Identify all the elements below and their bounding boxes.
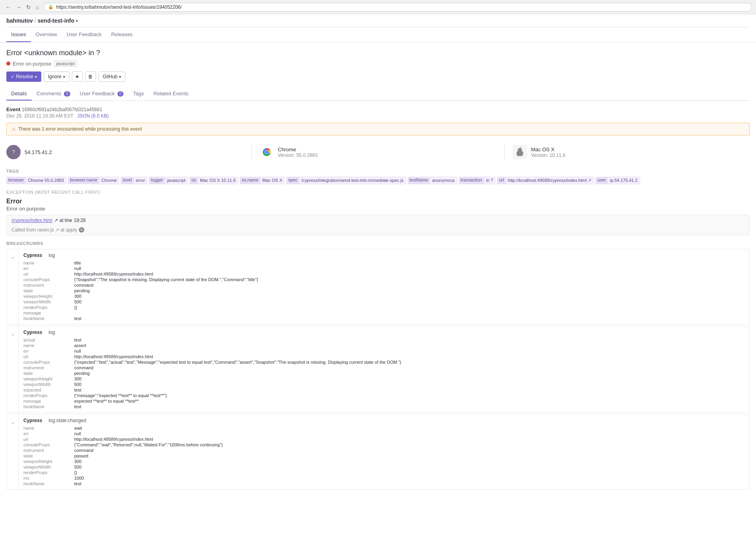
nav-user-feedback[interactable]: User Feedback [62, 27, 106, 42]
tag-key: level [121, 177, 134, 184]
tab-related-events[interactable]: Related Events [149, 87, 193, 100]
tag-value[interactable]: Mac OS X 10.11.6 [198, 177, 238, 184]
bc-field-val: command [74, 283, 744, 287]
bc-field-val: {"message":"expected **test** to equal *… [74, 393, 744, 398]
breadcrumb-content: Cypress log nametitleerrnullurlhttp://lo… [19, 249, 749, 324]
delete-icon: 🗑 [88, 74, 93, 79]
detail-tabs: Details Comments 0 User Feedback 0 Tags … [6, 87, 750, 101]
back-button[interactable]: ← [4, 3, 13, 11]
bc-action: log [48, 330, 55, 335]
tag-value[interactable]: in ? [484, 177, 496, 184]
issue-title-section: Error <unknown module> in ? [6, 49, 750, 57]
tags-title: TAGS [6, 169, 750, 174]
bc-field-val: test [74, 481, 744, 486]
tag-item: levelerror [121, 177, 147, 184]
url-bar[interactable]: 🔒 https://sentry.io/bahmutov/send-test-i… [44, 3, 752, 12]
tab-user-feedback[interactable]: User Feedback 0 [75, 87, 128, 100]
breadcrumb-collapse-icon[interactable]: ⌄ [7, 415, 19, 489]
browser-controls: ← → ↻ ⌂ [4, 3, 40, 11]
reload-button[interactable]: ↻ [25, 3, 33, 11]
tag-value[interactable]: Chrome 55.0.2883 [26, 177, 66, 184]
event-json-link[interactable]: JSON (6.0 KB) [77, 113, 109, 119]
delete-button[interactable]: 🗑 [85, 71, 96, 82]
tab-tags[interactable]: Tags [128, 87, 148, 100]
project-dropdown-icon[interactable]: ▾ [76, 19, 78, 23]
action-toolbar: ✓ Resolve ▾ Ignore ▾ ★ 🗑 GitHub ▾ [6, 71, 750, 82]
ignore-button[interactable]: Ignore ▾ [44, 71, 69, 82]
bc-field-val: {"Snapshot":"The snapshot is missing. Di… [74, 277, 744, 282]
ssl-icon: 🔒 [48, 4, 54, 10]
tag-item: osMac OS X 10.11.6 [189, 177, 238, 184]
tag-value[interactable]: http://localhost:49589/cypress/index.htm… [506, 177, 594, 184]
bc-field-key: state [23, 453, 71, 458]
breadcrumb-header: Cypress log:state:changed [23, 418, 744, 423]
chrome-name: Chrome [278, 147, 317, 152]
github-button[interactable]: GitHub ▾ [98, 71, 125, 82]
bc-field-val: pending [74, 371, 744, 376]
breadcrumb-collapse-icon[interactable]: ⌄ [7, 249, 19, 324]
tag-value[interactable]: Chrome [99, 177, 119, 184]
breadcrumb-content: Cypress log actualtestnameasserterrnullu… [19, 326, 749, 412]
bc-field-val: test [74, 338, 744, 342]
issue-subtitle: Error on purpose javascript [6, 60, 750, 67]
user-feedback-badge: 0 [117, 91, 124, 96]
bc-field-key: renderProps [23, 305, 71, 310]
tag-item: os.nameMac OS X [240, 177, 285, 184]
tag-value[interactable]: anonymous [430, 177, 457, 184]
bc-field-key: renderProps [23, 470, 71, 475]
bc-field-key: viewportWidth [23, 382, 71, 387]
macos-info: Mac OS X Version: 10.11.6 [531, 147, 566, 158]
bookmark-button[interactable]: ★ [72, 71, 83, 82]
app-header: bahmutov / send-test-info ▾ Issues Overv… [0, 14, 756, 42]
tag-key: os.name [240, 177, 260, 184]
bc-field-val: test [74, 316, 744, 321]
tag-key: browser [6, 177, 26, 184]
bc-field-key: message [23, 399, 71, 403]
ip-info: 54.175.41.2 [25, 149, 52, 155]
chrome-info: Chrome Version: 55.0.2883 [278, 147, 317, 158]
tag-value[interactable]: ip:54.175.41.2 [608, 177, 640, 184]
breadcrumb-collapse-icon[interactable]: ⌄ [7, 326, 19, 412]
bc-field-key: actual [23, 338, 71, 342]
subtitle-tag: javascript [54, 60, 77, 67]
stack-file[interactable]: /cypress/index.html [12, 218, 52, 223]
home-button[interactable]: ⌂ [34, 3, 40, 11]
svg-point-3 [265, 150, 268, 154]
tag-key: transaction [459, 177, 484, 184]
tag-value[interactable]: Mac OS X [260, 177, 285, 184]
bc-field-val: test [74, 404, 744, 409]
tag-value[interactable]: error [134, 177, 147, 184]
bc-field-val: wait [74, 426, 744, 430]
nav-issues[interactable]: Issues [6, 27, 31, 42]
bc-field-val: 300 [74, 459, 744, 464]
tab-details[interactable]: Details [6, 87, 32, 100]
tab-comments[interactable]: Comments 0 [32, 87, 75, 100]
stack-link-icon: ↗ [54, 218, 58, 223]
bc-field-val: 500 [74, 382, 744, 387]
bc-field-key: viewportHeight [23, 376, 71, 381]
at-label: at line [60, 218, 72, 223]
bc-field-val: null [74, 349, 744, 353]
breadcrumb-fields: namewaiterrnullurlhttp://localhost:49589… [23, 426, 744, 486]
resolve-button[interactable]: ✓ Resolve ▾ [6, 71, 41, 82]
nav-releases[interactable]: Releases [106, 27, 137, 42]
bc-field-val: assert [74, 343, 744, 348]
context-macos: Mac OS X Version: 10.11.6 [513, 141, 750, 163]
bc-field-key: instrument [23, 283, 71, 287]
stack-line: 19:28 [74, 218, 86, 223]
tag-value[interactable]: javascript [165, 177, 188, 184]
tag-item: transaction in ? [459, 177, 496, 184]
bc-field-key: viewportWidth [23, 299, 71, 304]
tag-value[interactable]: /cypress/integration/send-test-info-imme… [299, 177, 406, 184]
tag-item: loggerjavascript [149, 177, 188, 184]
warning-icon: ⚠ [12, 126, 16, 132]
bc-field-val [74, 311, 744, 315]
nav-overview[interactable]: Overview [31, 27, 62, 42]
bc-field-key: url [23, 437, 71, 442]
bc-field-val: pending [74, 288, 744, 293]
bc-field-val: http://localhost:49589/cypress/index.htm… [74, 437, 744, 442]
forward-button[interactable]: → [14, 3, 23, 11]
bc-field-val: passed [74, 453, 744, 458]
exception-header: EXCEPTION (most recent call first) [6, 190, 750, 195]
stack-called-from: Called from raven.js ↗ at apply 🔘 [7, 226, 749, 235]
